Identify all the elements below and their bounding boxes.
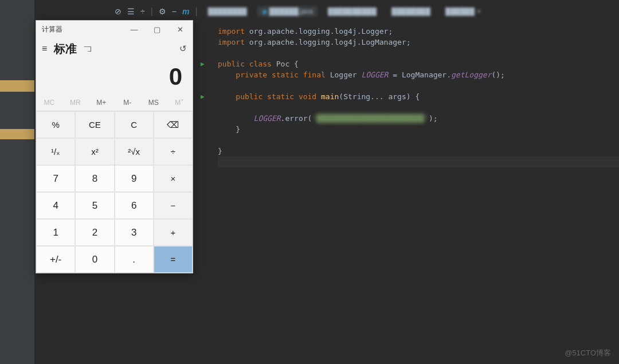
btn-0[interactable]: 0 [75,246,114,273]
btn-divide[interactable]: ÷ [154,138,193,165]
separator: | [151,6,153,17]
code-call: getLogger [451,71,491,79]
btn-4[interactable]: 4 [36,192,75,219]
calculator-window: 计算器 — ▢ ✕ ≡ 标准 ⫎ ↺ 0 MC MR M+ M- MS M˅ %… [36,20,193,273]
code-keyword: public class [218,60,276,68]
code-text: .error( [281,114,312,123]
editor-tab[interactable]: ██████ × [441,6,485,17]
code-keyword: public static void [218,92,321,101]
btn-minus[interactable]: − [154,192,193,219]
btn-6[interactable]: 6 [115,192,154,219]
editor-tab-active[interactable]: ◆ ██████.java [257,6,318,17]
btn-c[interactable]: C [115,111,154,138]
code-text: ); [429,114,438,123]
watermark: @51CTO博客 [565,348,611,358]
btn-ce[interactable]: CE [75,111,114,138]
run-icon[interactable]: ▶ [201,58,205,69]
code-type: Logger [330,71,362,79]
mem-mminus[interactable]: M- [115,94,141,111]
editor-tab[interactable]: ████████ [387,6,435,17]
gear-icon[interactable]: ⚙ [159,7,166,16]
code-field: LOGGER [361,71,393,79]
memory-row: MC MR M+ M- MS M˅ [36,94,193,111]
btn-multiply[interactable]: × [154,165,193,192]
close-button[interactable]: ✕ [169,21,191,38]
code-brace: } [218,124,619,135]
maximize-button[interactable]: ▢ [146,21,169,38]
mem-mlist[interactable]: M˅ [167,94,193,111]
mem-mc[interactable]: MC [36,94,62,111]
btn-decimal[interactable]: . [115,246,154,273]
minus-icon[interactable]: − [172,7,177,16]
compress-icon[interactable]: ☰ [127,7,135,16]
code-text: = LogManager. [393,71,451,79]
mem-ms[interactable]: MS [140,94,167,111]
code-keyword: import [218,38,249,46]
minimize-button[interactable]: — [123,21,146,38]
code-method: main [321,92,339,101]
hamburger-icon[interactable]: ≡ [42,44,47,54]
btn-reciprocal[interactable]: ¹/ₓ [36,138,75,165]
btn-backspace[interactable]: ⌫ [154,111,193,138]
calculator-keypad: % CE C ⌫ ¹/ₓ x² ²√x ÷ 7 8 9 × 4 5 6 − 1 … [36,111,193,273]
mem-mr[interactable]: MR [62,94,89,111]
code-brace: { [294,60,299,68]
btn-equals[interactable]: = [154,246,193,273]
btn-2[interactable]: 2 [75,219,114,246]
btn-1[interactable]: 1 [36,219,75,246]
close-icon[interactable]: × [477,7,481,15]
code-class: Poc [276,60,294,68]
code-keyword: private static final [218,71,330,79]
caret-line [218,156,619,167]
code-brace: } [218,146,619,156]
ban-icon[interactable]: ⊘ [115,7,122,16]
code-text: org.apache.logging.log4j.Logger; [249,27,393,36]
btn-sqrt[interactable]: ²√x [115,138,154,165]
code-keyword: import [218,27,249,36]
pin-icon[interactable]: ⫎ [84,44,92,53]
code-text: org.apache.logging.log4j.LogManager; [249,38,411,46]
ide-left-gutter [0,0,34,364]
btn-8[interactable]: 8 [75,165,114,192]
calculator-title: 计算器 [42,25,62,34]
code-text: (String... args) { [339,92,420,101]
code-field: LOGGER [218,114,281,123]
editor-tab[interactable]: ████████ [203,6,252,17]
code-editor[interactable]: import org.apache.logging.log4j.Logger; … [218,26,619,364]
code-string-blurred: "████████████████████████" [312,114,429,123]
calculator-mode: 标准 [54,41,77,57]
btn-square[interactable]: x² [75,138,114,165]
btn-3[interactable]: 3 [115,219,154,246]
calculator-display: 0 [36,60,193,94]
run-icon[interactable]: ▶ [201,91,205,102]
ide-toolbar: ⊘ ☰ ÷ | ⚙ − m | ████████ ◆ ██████.java █… [0,5,619,18]
editor-tab[interactable]: ██████████ [323,6,381,17]
code-text: (); [491,71,504,79]
maven-icon[interactable]: m [182,7,189,16]
separator: | [195,6,197,17]
btn-plus[interactable]: + [154,219,193,246]
btn-9[interactable]: 9 [115,165,154,192]
history-icon[interactable]: ↺ [179,44,187,54]
divide-icon[interactable]: ÷ [140,7,145,16]
mem-mplus[interactable]: M+ [88,94,115,111]
btn-5[interactable]: 5 [75,192,114,219]
btn-negate[interactable]: +/- [36,246,75,273]
btn-7[interactable]: 7 [36,165,75,192]
calculator-titlebar[interactable]: 计算器 — ▢ ✕ [36,21,193,38]
btn-percent[interactable]: % [36,111,75,138]
